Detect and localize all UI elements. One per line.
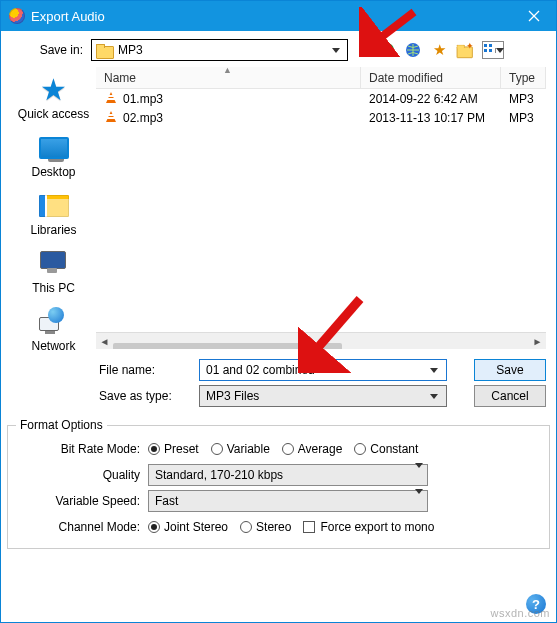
titlebar: Export Audio [1,1,556,31]
save-in-row: Save in: MP3 [11,39,546,61]
file-name-input[interactable]: 01 and 02 combined [199,359,447,381]
star-icon: ★ [40,75,67,105]
file-date: 2013-11-13 10:17 PM [361,111,501,125]
sidebar-item-label: Desktop [31,165,75,179]
recent-locations-button[interactable] [404,41,422,59]
file-type: MP3 [501,111,546,125]
view-menu-button[interactable] [482,41,504,59]
sidebar-item-libraries[interactable]: Libraries [11,191,96,237]
help-icon: ? [526,594,546,614]
file-browser: ★ Quick access Desktop Libraries This PC [11,67,546,349]
sidebar-item-label: Network [31,339,75,353]
chevron-down-icon [495,48,503,53]
file-name-label: File name: [99,363,199,377]
file-row[interactable]: 02.mp3 2013-11-13 10:17 PM MP3 [96,108,546,127]
quality-value: Standard, 170-210 kbps [155,468,415,482]
channel-mode-label: Channel Mode: [18,520,148,534]
back-button[interactable] [378,41,396,59]
column-header-date[interactable]: Date modified [361,67,501,88]
libraries-icon [39,195,69,217]
file-row[interactable]: 01.mp3 2014-09-22 6:42 AM MP3 [96,89,546,108]
force-mono-checkbox[interactable]: Force export to mono [303,520,434,534]
export-audio-dialog: Export Audio Save in: MP3 [0,0,557,623]
chevron-down-icon[interactable] [426,360,442,380]
bitrate-radio-average[interactable]: Average [282,442,342,456]
bitrate-radio-variable[interactable]: Variable [211,442,270,456]
client-area: Save in: MP3 [1,31,556,419]
save-as-type-label: Save as type: [99,389,199,403]
sidebar-item-this-pc[interactable]: This PC [11,249,96,295]
sidebar-item-quick-access[interactable]: ★ Quick access [11,75,96,121]
save-in-dropdown[interactable]: MP3 [91,39,348,61]
quality-dropdown[interactable]: Standard, 170-210 kbps [148,464,428,486]
file-list-body[interactable]: 01.mp3 2014-09-22 6:42 AM MP3 02.mp3 201… [96,89,546,332]
close-icon [528,10,540,22]
horizontal-scrollbar[interactable]: ◄ ► [96,332,546,349]
chevron-down-icon [415,468,423,482]
bitrate-radio-preset[interactable]: Preset [148,442,199,456]
favorites-button[interactable] [430,41,448,59]
save-in-value: MP3 [118,43,328,57]
channel-radio-joint-stereo[interactable]: Joint Stereo [148,520,228,534]
file-name: 02.mp3 [123,111,163,125]
chevron-down-icon [426,386,442,406]
channel-radio-stereo[interactable]: Stereo [240,520,291,534]
save-button[interactable]: Save [474,359,546,381]
file-name-input-text: 01 and 02 combined [206,363,426,377]
sidebar-item-desktop[interactable]: Desktop [11,133,96,179]
app-icon [9,8,25,24]
column-headers: Name Date modified Type [96,67,546,89]
chevron-down-icon [415,494,423,508]
save-in-label: Save in: [11,43,91,57]
file-date: 2014-09-22 6:42 AM [361,92,501,106]
sidebar-item-label: This PC [32,281,75,295]
bit-rate-mode-label: Bit Rate Mode: [18,442,148,456]
mp3-file-icon [104,92,118,106]
file-name: 01.mp3 [123,92,163,106]
scroll-right-button[interactable]: ► [529,333,546,350]
save-as-type-dropdown[interactable]: MP3 Files [199,385,447,407]
chevron-down-icon [328,40,343,60]
desktop-icon [39,137,69,159]
mp3-file-icon [104,111,118,125]
help-button[interactable]: ? [526,594,546,614]
quality-label: Quality [18,468,148,482]
svg-point-2 [380,43,394,57]
file-type: MP3 [501,92,546,106]
column-header-type[interactable]: Type [501,67,546,88]
close-button[interactable] [512,1,556,31]
sidebar-item-label: Libraries [30,223,76,237]
file-list: Name Date modified Type 01.mp3 2014-09-2… [96,67,546,349]
format-options-legend: Format Options [16,418,107,432]
folder-icon [96,44,112,57]
places-bar: ★ Quick access Desktop Libraries This PC [11,67,96,349]
sidebar-item-label: Quick access [18,107,89,121]
new-folder-button[interactable] [456,41,474,59]
toolbar-icons [378,41,504,59]
format-options-group: Format Options Bit Rate Mode: Preset Var… [7,425,550,549]
scroll-thumb[interactable] [113,343,342,349]
save-as-type-value: MP3 Files [206,389,426,403]
this-pc-icon [37,251,71,277]
variable-speed-label: Variable Speed: [18,494,148,508]
variable-speed-dropdown[interactable]: Fast [148,490,428,512]
variable-speed-value: Fast [155,494,415,508]
cancel-button[interactable]: Cancel [474,385,546,407]
file-save-section: File name: 01 and 02 combined Save Save … [99,349,546,413]
view-grid-icon [483,42,495,58]
scroll-left-button[interactable]: ◄ [96,333,113,350]
network-icon [39,309,69,335]
bitrate-radio-constant[interactable]: Constant [354,442,418,456]
window-title: Export Audio [31,9,512,24]
sort-indicator-icon [223,67,232,75]
sidebar-item-network[interactable]: Network [11,307,96,353]
